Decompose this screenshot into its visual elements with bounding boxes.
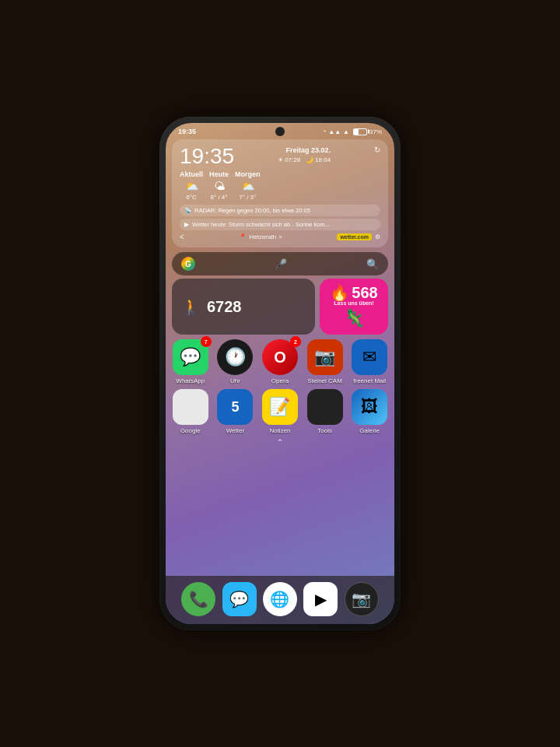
weather-cities: Aktuell ⛅ 6°C Heute 🌤 8° / 4° Morgen ⛅ 7… [180,170,380,201]
signal-icon: ▲▲ [328,128,341,135]
app-uhr[interactable]: 🕐 Uhr [217,339,253,384]
whatsapp-badge: 7 [201,336,212,347]
freenet-icon: ✉ [352,339,387,375]
steinel-label: Steinel CAM [307,377,341,384]
duolingo-label: Lass uns üben! [334,300,373,306]
duolingo-widget[interactable]: 🔥 568 Lass uns üben! 🦎 [320,279,388,335]
weather-news: ▶ Wetter heute: Sturm schwächt sich ab -… [180,219,380,230]
widgets-row: 🚶 6728 🔥 568 Lass uns üben! 🦎 [172,279,388,335]
radar-icon: 📡 [184,207,191,214]
app-wetter[interactable]: 5 Wetter [217,389,253,434]
google-icon [173,389,208,425]
tools-label: Tools [317,427,332,434]
weather-icon-current: ⛅ [185,180,198,192]
steps-count: 6728 [207,298,242,316]
play-icon: ▶ [184,221,189,228]
location-pin-icon: 📍 [239,233,247,240]
galerie-icon: 🖼 [352,389,387,425]
app-opera[interactable]: O 2 Opera [262,339,298,384]
weather-location: 📍 Hetzerath > [239,233,282,240]
steps-icon: 🚶 [181,297,201,316]
google-label: Google [180,427,201,434]
dock-play-store-icon[interactable]: ▶ [303,582,338,616]
steps-widget[interactable]: 🚶 6728 [172,279,315,335]
app-google[interactable]: Google [173,389,208,434]
prev-arrow[interactable]: < [180,233,184,241]
dock-camera-icon[interactable]: 📷 [345,582,379,616]
freenet-label: freenet Mail [353,377,386,384]
galerie-label: Galerie [359,427,380,434]
uhr-icon: 🕐 [217,339,253,375]
app-tools[interactable]: Tools [307,389,343,434]
settings-icon[interactable]: ⚙ [375,233,380,240]
whatsapp-icon: 💬 7 [173,339,208,375]
wifi-icon: ▲ [343,128,349,135]
battery-icon [353,128,367,135]
swipe-up-indicator[interactable]: ⌃ [166,437,394,448]
weather-sunrise: ☀ 07:28 🌙 18:04 [278,156,331,164]
weather-city-today: Heute 🌤 8° / 4° [209,170,229,201]
app-steinel-cam[interactable]: 📷 Steinel CAM [307,339,343,384]
battery-percent: 37% [369,128,382,135]
app-grid-row2: Google 5 Wetter 📝 Notizen [172,389,388,434]
weather-widget[interactable]: 19:35 Freitag 23.02. ☀ 07:28 🌙 18:04 ↻ A… [172,139,388,247]
dock-chrome-icon[interactable]: 🌐 [263,582,297,616]
weather-icon-tomorrow: ⛅ [241,180,254,192]
app-freenet-mail[interactable]: ✉ freenet Mail [352,339,387,384]
status-icons: * ▲▲ ▲ 37% [324,128,382,135]
weather-alert: 📡 RADAR: Regen gegen 20:00, bis etwa 20:… [180,205,380,216]
next-arrow[interactable]: > [278,233,282,240]
phone-device: 19:35 * ▲▲ ▲ 37% 19:35 Freitag 23.0 [159,117,401,630]
search-bar[interactable]: G 🎤 🔍 [172,252,388,275]
wetter-badge[interactable]: wetter.com [337,233,372,240]
fire-icon: 🔥 [330,285,349,300]
app-galerie[interactable]: 🖼 Galerie [352,389,387,434]
wetter-label: Wetter [226,427,244,434]
weather-icon-today: 🌤 [214,180,225,192]
app-notizen[interactable]: 📝 Notizen [262,389,298,434]
app-grid-row1: 💬 7 WhatsApp 🕐 Uhr O 2 Opera [172,339,388,384]
weather-footer: < 📍 Hetzerath > wetter.com ⚙ [180,233,380,241]
dock-messages-icon[interactable]: 💬 [222,582,257,616]
microphone-icon[interactable]: 🎤 [275,258,287,270]
front-camera [275,127,285,136]
app-whatsapp[interactable]: 💬 7 WhatsApp [173,339,208,384]
bluetooth-icon: * [324,128,326,135]
steinel-icon: 📷 [307,339,343,375]
opera-label: Opera [271,377,289,384]
duolingo-streak: 🔥 568 [330,285,377,300]
notizen-icon: 📝 [262,389,298,425]
status-time: 19:35 [178,128,196,135]
notizen-label: Notizen [269,427,290,434]
wetter-icon: 5 [217,389,253,425]
opera-icon: O 2 [262,339,298,375]
dock: 📞 💬 🌐 ▶ 📷 [166,576,394,624]
uhr-label: Uhr [230,377,240,384]
google-g-icon: G [181,257,195,271]
weather-city-current: Aktuell ⛅ 6°C [180,170,203,201]
weather-time: 19:35 [180,146,234,167]
whatsapp-label: WhatsApp [176,377,205,384]
weather-refresh-icon[interactable]: ↻ [374,146,380,154]
status-bar: 19:35 * ▲▲ ▲ 37% [166,123,394,137]
duolingo-owl-icon: 🦎 [344,308,365,328]
weather-date: Freitag 23.02. [278,146,331,156]
tools-icon [307,389,343,425]
dock-phone-icon[interactable]: 📞 [181,582,215,616]
phone-screen: 19:35 * ▲▲ ▲ 37% 19:35 Freitag 23.0 [166,123,394,624]
lens-icon[interactable]: 🔍 [366,258,379,270]
weather-city-tomorrow: Morgen ⛅ 7° / 3° [235,170,261,201]
opera-badge: 2 [290,336,301,347]
